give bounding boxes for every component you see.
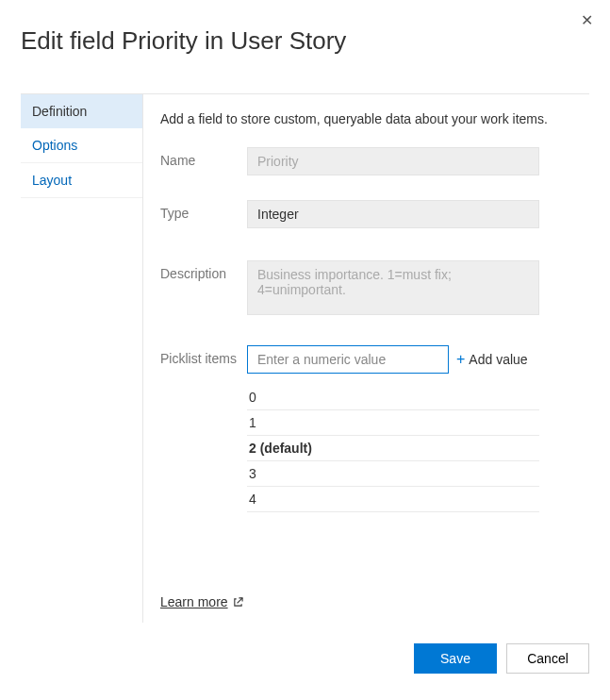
save-button[interactable]: Save bbox=[414, 643, 497, 674]
label-type: Type bbox=[160, 200, 247, 221]
tab-options[interactable]: Options bbox=[21, 128, 142, 163]
list-item[interactable]: 3 bbox=[247, 461, 539, 487]
list-item[interactable]: 1 bbox=[247, 410, 539, 436]
intro-text: Add a field to store custom, queryable d… bbox=[160, 111, 578, 126]
label-name: Name bbox=[160, 147, 247, 168]
label-description: Description bbox=[160, 260, 247, 281]
label-picklist: Picklist items bbox=[160, 345, 247, 366]
name-field bbox=[247, 147, 539, 175]
cancel-button[interactable]: Cancel bbox=[506, 643, 589, 674]
list-item[interactable]: 4 bbox=[247, 487, 539, 512]
external-link-icon bbox=[233, 597, 243, 608]
plus-icon: + bbox=[456, 351, 465, 368]
list-item[interactable]: 0 bbox=[247, 385, 539, 410]
learn-more-label: Learn more bbox=[160, 594, 228, 609]
tab-layout[interactable]: Layout bbox=[21, 163, 142, 198]
learn-more-link[interactable]: Learn more bbox=[160, 594, 243, 609]
tab-definition[interactable]: Definition bbox=[21, 94, 142, 128]
picklist-input[interactable] bbox=[247, 345, 449, 374]
add-value-label: Add value bbox=[469, 352, 527, 367]
description-field bbox=[247, 260, 539, 315]
type-field bbox=[247, 200, 539, 228]
sidebar: Definition Options Layout bbox=[21, 94, 143, 623]
list-item-default[interactable]: 2 (default) bbox=[247, 436, 539, 461]
content-panel: Add a field to store custom, queryable d… bbox=[143, 94, 589, 623]
add-value-button[interactable]: + Add value bbox=[456, 351, 528, 368]
picklist-items: 0 1 2 (default) 3 4 bbox=[247, 385, 539, 512]
close-icon[interactable]: ✕ bbox=[581, 13, 593, 28]
dialog-title: Edit field Priority in User Story bbox=[21, 26, 589, 56]
dialog-footer: Save Cancel bbox=[21, 623, 589, 694]
